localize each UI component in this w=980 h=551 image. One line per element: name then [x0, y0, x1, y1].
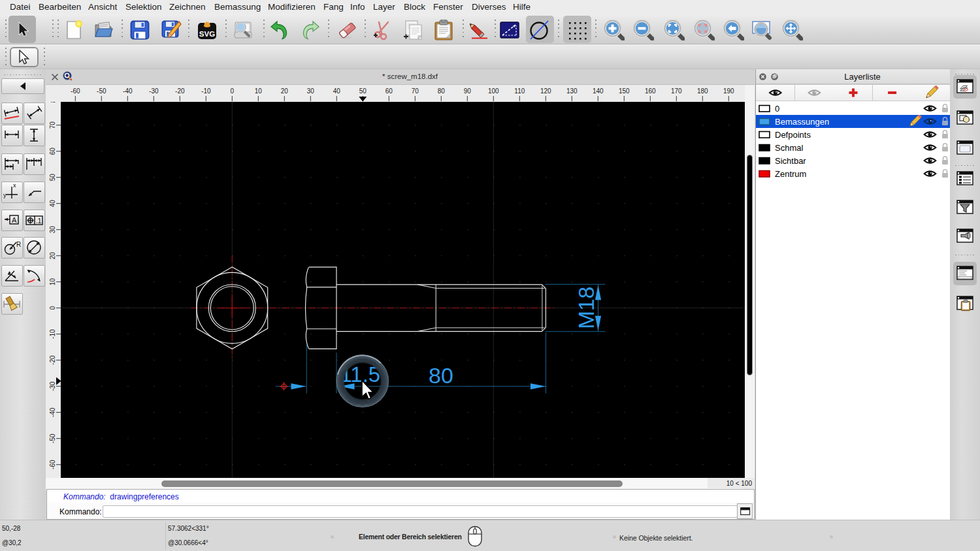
svg-text:-20: -20: [50, 355, 57, 365]
svg-text:120: 120: [540, 87, 551, 95]
svg-text:140: 140: [593, 87, 604, 95]
svg-text:.1: .1: [36, 217, 42, 224]
svg-text:20: 20: [50, 252, 57, 260]
svg-text:60: 60: [385, 87, 393, 95]
svg-text:30: 30: [307, 87, 315, 95]
svg-text:-40: -40: [123, 87, 133, 95]
svg-text:-30: -30: [149, 87, 159, 95]
svg-text:-30: -30: [50, 381, 57, 391]
svg-text:50: 50: [359, 87, 367, 95]
svg-text:190: 190: [723, 87, 734, 95]
svg-text:x: x: [13, 182, 16, 189]
svg-text:40: 40: [50, 200, 57, 208]
svg-text:0: 0: [231, 87, 235, 95]
svg-text:80: 80: [50, 102, 57, 102]
svg-text:180: 180: [697, 87, 708, 95]
svg-text:-60: -60: [50, 460, 57, 469]
svg-text:80: 80: [438, 87, 446, 95]
svg-text:130: 130: [566, 87, 578, 95]
svg-text:170: 170: [671, 87, 682, 95]
svg-text:-50: -50: [97, 87, 106, 95]
svg-text:R: R: [16, 241, 21, 248]
svg-text:20: 20: [281, 87, 289, 95]
svg-text:A: A: [12, 215, 17, 223]
svg-text:100: 100: [488, 87, 499, 95]
svg-text:90: 90: [464, 87, 472, 95]
svg-text:110: 110: [514, 87, 525, 95]
svg-text:M18: M18: [574, 287, 598, 329]
svg-text:-10: -10: [50, 329, 57, 339]
svg-text:10: 10: [50, 278, 57, 286]
svg-text:10: 10: [255, 87, 263, 95]
svg-text:30: 30: [50, 226, 57, 234]
svg-text:40: 40: [333, 87, 341, 95]
svg-text:70: 70: [50, 121, 57, 129]
svg-text:150: 150: [619, 87, 630, 95]
svg-text:160: 160: [645, 87, 656, 95]
svg-text:-50: -50: [50, 433, 57, 443]
svg-text:-40: -40: [50, 407, 57, 417]
svg-text:-10: -10: [201, 87, 211, 95]
svg-text:50: 50: [50, 174, 57, 181]
svg-text:SVG: SVG: [199, 30, 215, 38]
svg-text:-20: -20: [175, 87, 185, 95]
svg-text:80: 80: [429, 363, 453, 388]
svg-text:y: y: [3, 192, 7, 198]
svg-text:0: 0: [50, 306, 57, 309]
svg-text:60: 60: [50, 148, 57, 155]
svg-text:-60: -60: [71, 87, 80, 95]
svg-text:70: 70: [412, 87, 419, 95]
